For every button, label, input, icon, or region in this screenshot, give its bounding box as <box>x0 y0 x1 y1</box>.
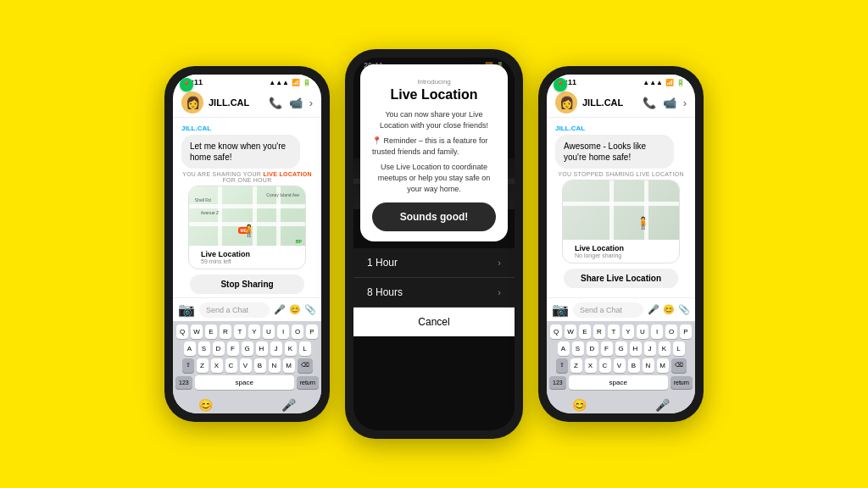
key-x-r[interactable]: X <box>585 358 597 373</box>
emoji-bottom-left[interactable]: 😊 <box>198 398 213 412</box>
avatar-right: 👩 <box>555 92 577 114</box>
key-shift-right[interactable]: ⇧ <box>556 358 568 373</box>
cancel-row[interactable]: Cancel <box>353 308 515 336</box>
header-actions-right[interactable]: 📞 📹 › <box>643 97 687 109</box>
emoji-icon-left[interactable]: 😊 <box>289 304 301 315</box>
key-m-r[interactable]: M <box>657 358 669 373</box>
bitmoji-right-card: 🧍 <box>636 216 650 230</box>
key-m[interactable]: M <box>283 358 295 373</box>
key-x[interactable]: X <box>211 358 223 373</box>
key-d[interactable]: D <box>213 341 225 356</box>
key-shift-left[interactable]: ⇧ <box>182 358 194 373</box>
key-u-r[interactable]: U <box>637 324 648 339</box>
emoji-bottom-right[interactable]: 😊 <box>572 398 587 412</box>
key-j-r[interactable]: J <box>644 341 656 356</box>
key-b[interactable]: B <box>254 358 266 373</box>
option-1-hour[interactable]: 1 Hour › <box>353 248 515 278</box>
key-space-right[interactable]: space <box>569 375 668 390</box>
map-area-left: Shell Rd Avenue Z Coney Island Ave BP ME… <box>189 186 305 246</box>
mic-bottom-right[interactable]: 🎤 <box>655 398 670 412</box>
key-b-r[interactable]: B <box>628 358 640 373</box>
key-l-r[interactable]: L <box>673 341 685 356</box>
key-w[interactable]: W <box>191 324 203 339</box>
camera-icon-left[interactable]: 📷 <box>178 302 195 318</box>
emoji-icon-right[interactable]: 😊 <box>663 304 675 315</box>
key-o[interactable]: O <box>292 324 303 339</box>
key-u[interactable]: U <box>263 324 275 339</box>
key-space-left[interactable]: space <box>195 375 294 390</box>
keyboard-left: Q W E R T Y U I O P A S D F G H <box>173 321 321 396</box>
key-t[interactable]: T <box>234 324 246 339</box>
phone-icon-right[interactable]: 📞 <box>643 97 656 109</box>
key-h[interactable]: H <box>256 341 268 356</box>
key-y-r[interactable]: Y <box>622 324 634 339</box>
key-o-r[interactable]: O <box>665 324 677 339</box>
key-c-r[interactable]: C <box>599 358 611 373</box>
key-return-left[interactable]: return <box>297 376 319 389</box>
sticker-icon-left[interactable]: 📎 <box>304 304 316 315</box>
key-f[interactable]: F <box>227 341 239 356</box>
key-h-r[interactable]: H <box>630 341 642 356</box>
key-f-r[interactable]: F <box>601 341 613 356</box>
status-bar-right: 20:11 ▲▲▲ 📶 🔋 <box>547 75 695 88</box>
key-k-r[interactable]: K <box>659 341 670 356</box>
key-e[interactable]: E <box>205 324 217 339</box>
key-i[interactable]: I <box>277 324 289 339</box>
video-icon-right[interactable]: 📹 <box>663 97 676 109</box>
key-l[interactable]: L <box>299 341 311 356</box>
key-g[interactable]: G <box>242 341 253 356</box>
modal-intro: Introducing <box>372 78 496 86</box>
option-8-hours[interactable]: 8 Hours › <box>353 278 515 308</box>
key-n[interactable]: N <box>269 358 281 373</box>
key-p-r[interactable]: P <box>680 324 692 339</box>
mic-icon-right[interactable]: 🎤 <box>648 304 659 315</box>
key-q-r[interactable]: Q <box>550 324 562 339</box>
share-live-location-button[interactable]: Share Live Location <box>564 269 678 288</box>
chat-input-right[interactable]: Send a Chat <box>573 302 643 318</box>
sounds-good-button[interactable]: Sounds good! <box>372 202 496 231</box>
key-z[interactable]: Z <box>197 358 209 373</box>
key-z-r[interactable]: Z <box>570 358 582 373</box>
key-s-r[interactable]: S <box>572 341 584 356</box>
chat-input-left[interactable]: Send a Chat <box>199 302 270 318</box>
key-a-r[interactable]: A <box>558 341 570 356</box>
more-icon-left[interactable]: › <box>309 97 313 109</box>
key-i-r[interactable]: I <box>651 324 663 339</box>
key-g-r[interactable]: G <box>615 341 627 356</box>
key-j[interactable]: J <box>270 341 282 356</box>
key-p[interactable]: P <box>306 324 318 339</box>
mic-bottom-left[interactable]: 🎤 <box>281 398 296 412</box>
key-v-r[interactable]: V <box>614 358 626 373</box>
key-w-r[interactable]: W <box>565 324 576 339</box>
key-k[interactable]: K <box>285 341 297 356</box>
key-s[interactable]: S <box>198 341 210 356</box>
video-icon-left[interactable]: 📹 <box>289 97 303 109</box>
key-backspace-right[interactable]: ⌫ <box>671 358 687 373</box>
mic-icon-left[interactable]: 🎤 <box>274 304 286 315</box>
key-r[interactable]: R <box>220 324 231 339</box>
more-icon-right[interactable]: › <box>683 97 687 109</box>
key-return-right[interactable]: return <box>670 376 693 389</box>
key-123-right[interactable]: 123 <box>549 376 566 389</box>
key-v[interactable]: V <box>240 358 252 373</box>
key-q[interactable]: Q <box>176 324 188 339</box>
key-e-r[interactable]: E <box>579 324 591 339</box>
key-n-r[interactable]: N <box>643 358 654 373</box>
key-backspace-left[interactable]: ⌫ <box>298 358 313 373</box>
sticker-icon-right[interactable]: 📎 <box>678 304 690 315</box>
contact-name-right: JILL.CAL <box>582 97 637 108</box>
camera-icon-right[interactable]: 📷 <box>552 302 569 318</box>
key-d-r[interactable]: D <box>587 341 598 356</box>
key-a[interactable]: A <box>184 341 196 356</box>
key-t-r[interactable]: T <box>608 324 620 339</box>
chat-icons-left[interactable]: 🎤 😊 📎 <box>274 304 316 315</box>
header-actions-left[interactable]: 📞 📹 › <box>269 97 313 109</box>
key-r-r[interactable]: R <box>593 324 605 339</box>
key-c[interactable]: C <box>225 358 237 373</box>
stop-sharing-button[interactable]: Stop Sharing <box>190 274 304 294</box>
phone-icon-left[interactable]: 📞 <box>269 97 282 109</box>
key-y[interactable]: Y <box>248 324 260 339</box>
kb-row-3-right: ⇧ Z X C V B N M ⌫ <box>549 358 693 373</box>
chat-icons-right[interactable]: 🎤 😊 📎 <box>648 304 690 315</box>
key-123-left[interactable]: 123 <box>175 376 192 389</box>
